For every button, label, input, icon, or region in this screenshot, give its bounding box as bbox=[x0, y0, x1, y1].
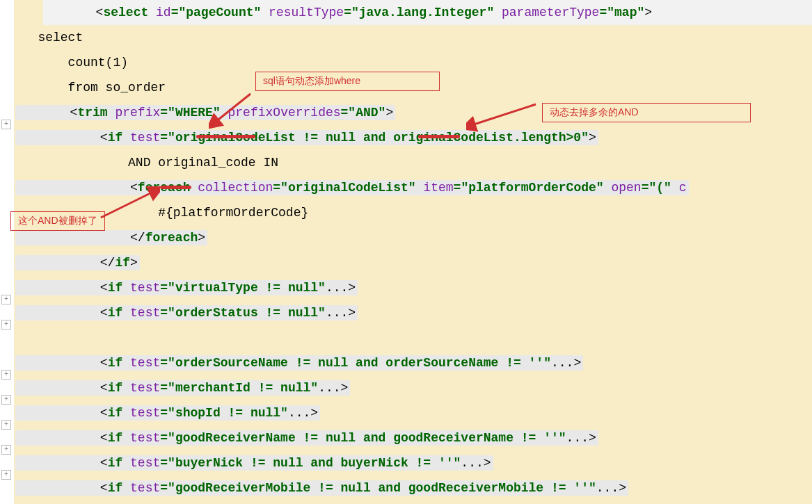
space bbox=[148, 6, 156, 19]
fold-marker[interactable]: + bbox=[1, 320, 11, 330]
code-line: </foreach> bbox=[15, 225, 812, 250]
fold-marker[interactable]: + bbox=[1, 120, 11, 129]
fold-marker[interactable]: + bbox=[1, 295, 11, 304]
fold-marker[interactable]: + bbox=[1, 395, 11, 405]
code-line: <if test="virtualType != null"...> bbox=[15, 275, 812, 300]
code-line bbox=[15, 325, 812, 350]
underline-and bbox=[418, 135, 460, 138]
code-line: #{platformOrderCode} bbox=[15, 200, 812, 225]
underline-where bbox=[196, 135, 255, 138]
code-line: </if> bbox=[15, 250, 812, 275]
bracket: > bbox=[644, 6, 652, 19]
fold-marker[interactable]: + bbox=[1, 420, 11, 430]
eq: = bbox=[171, 6, 179, 19]
editor-gutter: + + + + + + + + bbox=[0, 0, 14, 504]
annotation-and: 动态去掉多余的AND bbox=[542, 103, 751, 122]
code-line: <if test="orderStatus != null"...> bbox=[15, 300, 812, 325]
fold-marker[interactable]: + bbox=[1, 445, 11, 455]
code-line: <if test="orderSourceName != null and or… bbox=[15, 350, 812, 375]
bracket: < bbox=[43, 6, 103, 19]
code-line: <select id="pageCount" resultType="java.… bbox=[43, 0, 812, 25]
fold-marker[interactable]: + bbox=[1, 470, 11, 480]
code-line: <if test="shopId != null"...> bbox=[15, 400, 812, 425]
code-line: <if test="goodReceiverName != null and g… bbox=[15, 425, 812, 450]
xml-attr: parameterType bbox=[502, 6, 599, 19]
eq: = bbox=[599, 6, 607, 19]
space bbox=[494, 6, 502, 19]
xml-tag: select bbox=[103, 6, 148, 19]
underline-and-text bbox=[160, 186, 191, 189]
xml-value: "java.lang.Integer" bbox=[351, 6, 494, 19]
xml-value: "map" bbox=[607, 6, 644, 19]
code-line: <foreach collection="originalCodeList" i… bbox=[15, 175, 812, 200]
code-line: <if test="merchantId != null"...> bbox=[15, 375, 812, 400]
code-line: <if test="originalCodeList != null and o… bbox=[15, 125, 812, 150]
code-line: <if test="goodReceiverMobile != null and… bbox=[15, 475, 812, 501]
xml-attr: id bbox=[156, 6, 171, 19]
annotation-deleted: 这个AND被删掉了 bbox=[10, 211, 105, 231]
code-line: select bbox=[15, 25, 812, 50]
xml-value: "pageCount" bbox=[178, 6, 261, 19]
code-line: <if test="buyerNick != null and buyerNic… bbox=[15, 450, 812, 475]
code-line: AND original_code IN bbox=[15, 150, 812, 175]
annotation-where: sql语句动态添加where bbox=[255, 72, 440, 91]
code-editor: + + + + + + + + <select id="pageCount" r… bbox=[0, 0, 812, 504]
eq: = bbox=[344, 6, 351, 19]
space bbox=[261, 6, 269, 19]
fold-marker[interactable]: + bbox=[1, 370, 11, 380]
xml-attr: resultType bbox=[269, 6, 344, 19]
